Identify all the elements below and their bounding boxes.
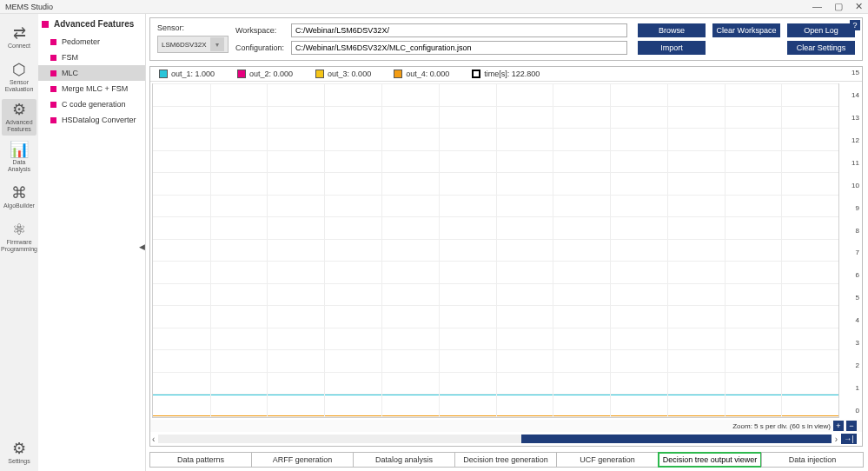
- legend-label: out_1: 1.000: [171, 70, 215, 78]
- zoom-info: Zoom: 5 s per div. (60 s in view): [732, 422, 831, 430]
- window-minimize-icon[interactable]: —: [812, 1, 822, 12]
- tree-item-label: HSDatalog Converter: [62, 116, 136, 124]
- tree-item-pedometer[interactable]: Pedometer: [38, 34, 145, 50]
- clear-workspace-button[interactable]: Clear Workspace: [712, 23, 780, 37]
- chart-y-axis: 0123456789101112131415: [843, 82, 862, 420]
- bottom-tabs: Data patterns ARFF generation Datalog an…: [149, 452, 863, 468]
- square-icon: [50, 39, 56, 45]
- y-tick-label: 8: [856, 226, 859, 234]
- workspace-input[interactable]: [291, 23, 627, 37]
- chart-plot-area[interactable]: [152, 83, 839, 418]
- scroll-left-icon[interactable]: ‹: [152, 435, 155, 444]
- tab-ucf-generation[interactable]: UCF generation: [556, 452, 659, 468]
- y-tick-label: 7: [856, 249, 859, 256]
- y-tick-label: 2: [856, 362, 859, 369]
- nav-iconbar: ⇄ Connect ⬡ Sensor Evaluation ⚙ Advanced…: [0, 14, 38, 471]
- legend-swatch-icon: [159, 70, 168, 78]
- config-label: Configuration:: [235, 43, 286, 52]
- tree-item-label: FSM: [62, 53, 78, 62]
- sensor-label: Sensor:: [157, 23, 229, 32]
- zoom-out-button[interactable]: −: [846, 421, 857, 431]
- tree-item-ccode[interactable]: C code generation: [38, 96, 145, 112]
- browse-button[interactable]: Browse: [638, 23, 706, 37]
- legend-label: out_3: 0.000: [328, 70, 371, 78]
- legend-time: time[s]: 122.800: [472, 70, 540, 78]
- y-tick-label: 0: [856, 407, 859, 415]
- chevron-down-icon: ▾: [210, 37, 224, 51]
- scroll-track[interactable]: [158, 435, 831, 443]
- y-tick-label: 1: [856, 384, 859, 392]
- connect-icon: ⇄: [13, 25, 26, 41]
- legend-swatch-icon: [237, 70, 246, 78]
- nav-label: Sensor Evaluation: [2, 79, 36, 92]
- tree-header-label: Advanced Features: [54, 19, 134, 29]
- nav-connect[interactable]: ⇄ Connect: [2, 19, 36, 56]
- y-tick-label: 4: [856, 316, 859, 324]
- y-tick-label: 3: [856, 339, 859, 347]
- zoom-in-button[interactable]: +: [833, 421, 844, 431]
- nav-firmware-programming[interactable]: ⚛ Firmware Programming: [2, 219, 36, 255]
- cube-icon: ⬡: [12, 62, 26, 77]
- square-icon: [42, 21, 49, 28]
- tree-item-hsdatalog[interactable]: HSDatalog Converter: [38, 112, 145, 128]
- open-log-button[interactable]: Open Log: [787, 23, 855, 37]
- main-panel: ◀ ? Sensor: LSM6DSV32X ▾ Workspace: Conf…: [146, 14, 868, 471]
- nav-label: Settings: [8, 458, 30, 465]
- collapse-handle-icon[interactable]: ◀: [139, 242, 145, 251]
- window-titlebar: MEMS Studio — ▢ ✕: [0, 0, 868, 14]
- nav-algobuilder[interactable]: ⌘ AlgoBuilder: [2, 179, 36, 216]
- tab-decision-tree-generation[interactable]: Decision tree generation: [454, 452, 557, 468]
- y-tick-label: 12: [851, 136, 859, 143]
- legend-out-1: out_1: 1.000: [159, 70, 215, 78]
- legend-out-2: out_2: 0.000: [237, 70, 293, 78]
- config-input[interactable]: [291, 41, 627, 55]
- legend-out-4: out_4: 0.000: [394, 70, 449, 78]
- nav-sensor-evaluation[interactable]: ⬡ Sensor Evaluation: [2, 59, 36, 96]
- scroll-thumb[interactable]: [521, 435, 831, 443]
- y-tick-label: 10: [851, 181, 859, 189]
- tab-decision-tree-output-viewer[interactable]: Decision tree output viewer: [658, 452, 762, 468]
- tab-datalog-analysis[interactable]: Datalog analysis: [353, 452, 455, 468]
- nav-data-analysis[interactable]: 📊 Data Analysis: [2, 139, 36, 176]
- square-icon: [50, 86, 56, 92]
- chart-panel: out_1: 1.000 out_2: 0.000 out_3: 0.000 o…: [149, 66, 863, 447]
- tab-arff-generation[interactable]: ARFF generation: [251, 452, 354, 468]
- sensor-select[interactable]: LSM6DSV32X ▾: [157, 36, 229, 53]
- tab-data-patterns[interactable]: Data patterns: [149, 452, 252, 468]
- import-button[interactable]: Import: [638, 41, 706, 55]
- square-icon: [50, 55, 56, 61]
- nav-advanced-features[interactable]: ⚙ Advanced Features: [2, 99, 36, 136]
- nodes-icon: ⌘: [11, 185, 27, 201]
- legend-swatch-icon: [394, 70, 402, 78]
- scroll-end-button[interactable]: →|: [841, 434, 857, 444]
- y-tick-label: 15: [851, 69, 859, 76]
- clear-settings-button[interactable]: Clear Settings: [787, 41, 855, 55]
- window-close-icon[interactable]: ✕: [855, 1, 863, 12]
- tab-data-injection[interactable]: Data injection: [761, 452, 864, 468]
- tree-item-mlc[interactable]: MLC: [38, 65, 145, 81]
- y-tick-label: 9: [856, 203, 859, 211]
- square-icon: [50, 102, 56, 108]
- nav-label: Advanced Features: [2, 119, 36, 132]
- chart-scrollbar[interactable]: ‹ › →|: [150, 432, 862, 446]
- nav-settings[interactable]: ⚙ Settings: [2, 435, 36, 471]
- y-tick-label: 14: [851, 90, 859, 98]
- y-tick-label: 13: [851, 113, 859, 121]
- settings-icon: ⚙: [12, 441, 26, 456]
- y-tick-label: 5: [856, 294, 859, 302]
- help-icon[interactable]: ?: [850, 20, 860, 30]
- chip-icon: ⚛: [12, 222, 26, 237]
- window-maximize-icon[interactable]: ▢: [834, 1, 843, 12]
- tree-item-label: MLC: [62, 69, 78, 77]
- config-panel: ? Sensor: LSM6DSV32X ▾ Workspace: Config…: [149, 17, 863, 61]
- chart-legend: out_1: 1.000 out_2: 0.000 out_3: 0.000 o…: [150, 67, 862, 82]
- legend-label: out_2: 0.000: [249, 70, 293, 78]
- legend-out-3: out_3: 0.000: [315, 70, 371, 78]
- scroll-right-icon[interactable]: ›: [835, 435, 838, 444]
- sensor-value: LSM6DSV32X: [162, 41, 207, 49]
- tree-item-label: Pedometer: [62, 37, 100, 46]
- tree-item-merge[interactable]: Merge MLC + FSM: [38, 81, 145, 96]
- legend-swatch-icon: [472, 70, 480, 78]
- tree-item-fsm[interactable]: FSM: [38, 50, 145, 65]
- y-tick-label: 11: [851, 158, 859, 166]
